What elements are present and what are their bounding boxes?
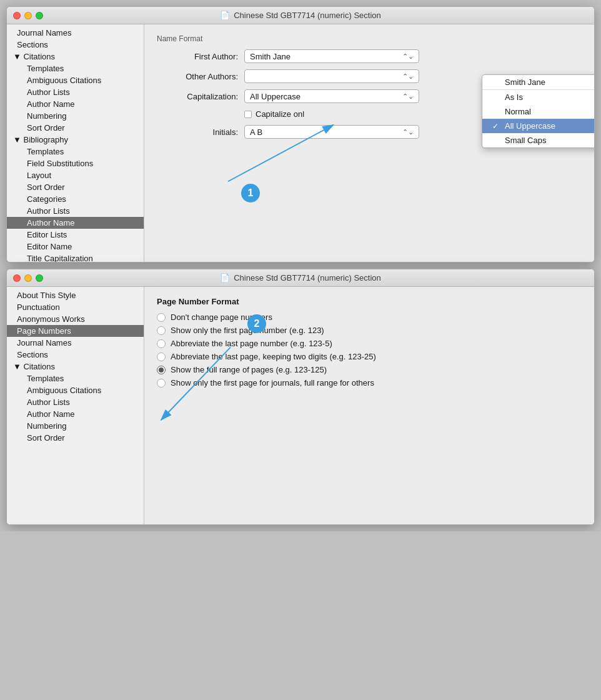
sidebar-item-editor-lists[interactable]: Editor Lists [7, 229, 144, 241]
sidebar-item-citations-author-lists[interactable]: Author Lists [7, 86, 144, 98]
window2-main: Page Number Format Don't change page num… [144, 287, 594, 524]
check-icon: ✓ [492, 122, 500, 131]
sidebar-item-numbering2[interactable]: Numbering [7, 420, 144, 432]
sidebar-item-citations-header[interactable]: ▼ Citations [7, 51, 144, 62]
radio-row-1[interactable]: Show only the first page number (e.g. 12… [157, 326, 582, 335]
first-author-control[interactable]: Smith Jane ⌃⌄ [244, 49, 419, 63]
sidebar-item-journal-names[interactable]: Journal Names [7, 27, 144, 39]
radio-label-4: Show the full range of pages (e.g. 123-1… [171, 365, 327, 374]
sidebar-item-sort-order2[interactable]: Sort Order [7, 432, 144, 444]
radio-label-1: Show only the first page number (e.g. 12… [171, 326, 324, 335]
capitalization-control[interactable]: All Uppercase ⌃⌄ [244, 89, 419, 103]
sidebar-item-bib-author-lists[interactable]: Author Lists [7, 205, 144, 217]
close-button1[interactable] [13, 12, 21, 19]
sidebar-item-citations-header2[interactable]: ▼ Citations [7, 361, 144, 372]
radio-row-5[interactable]: Show only the first page for journals, f… [157, 378, 582, 388]
titlebar1: 📄 Chinese Std GBT7714 (numeric) Section [7, 7, 594, 24]
badge2: 2 [247, 314, 266, 333]
sidebar-item-punctuation[interactable]: Punctuation [7, 301, 144, 313]
radio-button-5[interactable] [157, 379, 166, 388]
sidebar-item-bib-author-name[interactable]: Author Name [7, 217, 144, 229]
initials-select[interactable]: A B ⌃⌄ [244, 125, 419, 139]
sidebar-item-citations-author-lists2[interactable]: Author Lists [7, 396, 144, 408]
radio-button-4[interactable] [157, 366, 166, 374]
first-author-select[interactable]: Smith Jane ⌃⌄ [244, 49, 419, 63]
radio-button-2[interactable] [157, 339, 166, 348]
dropdown-item-label: Normal [505, 107, 531, 116]
sidebar-item-sort-order-cit[interactable]: Sort Order [7, 122, 144, 134]
sidebar-item-categories[interactable]: Categories [7, 193, 144, 205]
capitalization-dropdown: Smith JaneAs IsNormal✓All UppercaseSmall… [482, 74, 595, 148]
sidebar-item-bib-templates[interactable]: Templates [7, 146, 144, 158]
sidebar-item-citations-templates[interactable]: Templates [7, 62, 144, 74]
window2-icon: 📄 [220, 273, 230, 282]
window2: 📄 Chinese Std GBT7714 (numeric) Section … [6, 269, 595, 525]
minimize-button1[interactable] [24, 12, 32, 19]
first-author-arrow-icon: ⌃⌄ [402, 52, 414, 61]
cap-arrow-icon: ⌃⌄ [402, 92, 414, 101]
window1-content: Journal NamesSections▼ CitationsTemplate… [7, 24, 594, 262]
sidebar-item-about-style[interactable]: About This Style [7, 289, 144, 301]
radio-row-4[interactable]: Show the full range of pages (e.g. 123-1… [157, 365, 582, 374]
capitalization-select[interactable]: All Uppercase ⌃⌄ [244, 89, 419, 103]
minimize-button2[interactable] [24, 274, 32, 282]
radio-button-3[interactable] [157, 352, 166, 361]
window2-sidebar: About This StylePunctuationAnonymous Wor… [7, 287, 144, 524]
dropdown-item-normal[interactable]: Normal [482, 104, 595, 119]
other-authors-control[interactable]: ⌃⌄ [244, 69, 419, 83]
sidebar-item-numbering[interactable]: Numbering [7, 110, 144, 122]
sidebar-item-citations-templates2[interactable]: Templates [7, 372, 144, 384]
radio-label-5: Show only the first page for journals, f… [171, 378, 374, 388]
maximize-button1[interactable] [36, 12, 43, 19]
radio-row-2[interactable]: Abbreviate the last page number (e.g. 12… [157, 339, 582, 348]
sidebar-item-citations-author-name[interactable]: Author Name [7, 98, 144, 110]
window1-icon: 📄 [220, 11, 230, 20]
initials-label: Initials: [157, 128, 238, 137]
other-authors-arrow-icon: ⌃⌄ [402, 72, 414, 81]
sidebar-item-sort-order-bib[interactable]: Sort Order [7, 181, 144, 193]
capitalize-checkbox[interactable] [244, 111, 252, 118]
dropdown-item-all-uppercase[interactable]: ✓All Uppercase [482, 119, 595, 133]
first-author-row: First Author: Smith Jane ⌃⌄ [157, 49, 582, 63]
initials-arrow-icon: ⌃⌄ [402, 128, 414, 136]
radio-label-2: Abbreviate the last page number (e.g. 12… [171, 339, 332, 348]
traffic-lights1 [13, 12, 43, 19]
sidebar-item-anonymous-works[interactable]: Anonymous Works [7, 313, 144, 325]
window1-sidebar: Journal NamesSections▼ CitationsTemplate… [7, 24, 144, 262]
sidebar-item-citations-author-name2[interactable]: Author Name [7, 408, 144, 420]
traffic-lights2 [13, 274, 43, 282]
window2-title: 📄 Chinese Std GBT7714 (numeric) Section [220, 273, 381, 282]
sidebar-item-page-numbers[interactable]: Page Numbers [7, 325, 144, 337]
dropdown-top-item: Smith Jane [482, 75, 595, 90]
dropdown-item-as-is[interactable]: As Is [482, 90, 595, 104]
radio-row-0[interactable]: Don't change page numbers [157, 312, 582, 322]
sidebar-item-bibliography-header[interactable]: ▼ Bibliography [7, 134, 144, 146]
sidebar-item-layout[interactable]: Layout [7, 169, 144, 181]
sidebar-item-field-substitutions[interactable]: Field Substitutions [7, 158, 144, 169]
other-authors-select[interactable]: ⌃⌄ [244, 69, 419, 83]
sidebar-item-title-cap[interactable]: Title Capitalization [7, 252, 144, 262]
maximize-button2[interactable] [36, 274, 43, 282]
sidebar-item-sections[interactable]: Sections [7, 39, 144, 51]
titlebar2: 📄 Chinese Std GBT7714 (numeric) Section [7, 269, 594, 287]
other-authors-label: Other Authors: [157, 72, 238, 81]
close-button2[interactable] [13, 274, 21, 282]
sidebar-item-ambiguous-citations[interactable]: Ambiguous Citations [7, 74, 144, 86]
initials-control[interactable]: A B ⌃⌄ [244, 125, 419, 139]
radio-button-1[interactable] [157, 326, 166, 335]
radio-button-0[interactable] [157, 313, 166, 322]
dropdown-item-small-caps[interactable]: Small Caps [482, 133, 595, 148]
capitalization-label: Capitalization: [157, 92, 238, 101]
sidebar-item-editor-name[interactable]: Editor Name [7, 241, 144, 252]
page-number-title: Page Number Format [157, 297, 582, 306]
capitalize-only-label: Capitalize onl [256, 109, 304, 119]
sidebar-item-journal-names2[interactable]: Journal Names [7, 337, 144, 349]
sidebar-item-sections2[interactable]: Sections [7, 349, 144, 361]
sidebar-item-ambiguous-citations2[interactable]: Ambiguous Citations [7, 384, 144, 396]
dropdown-item-label: As Is [505, 92, 523, 102]
dropdown-item-label: Small Caps [505, 136, 546, 145]
window1-main: Name Format First Author: Smith Jane ⌃⌄ … [144, 24, 594, 262]
radio-group: Don't change page numbersShow only the f… [157, 312, 582, 388]
radio-row-3[interactable]: Abbreviate the last page, keeping two di… [157, 352, 582, 361]
radio-label-3: Abbreviate the last page, keeping two di… [171, 352, 376, 361]
